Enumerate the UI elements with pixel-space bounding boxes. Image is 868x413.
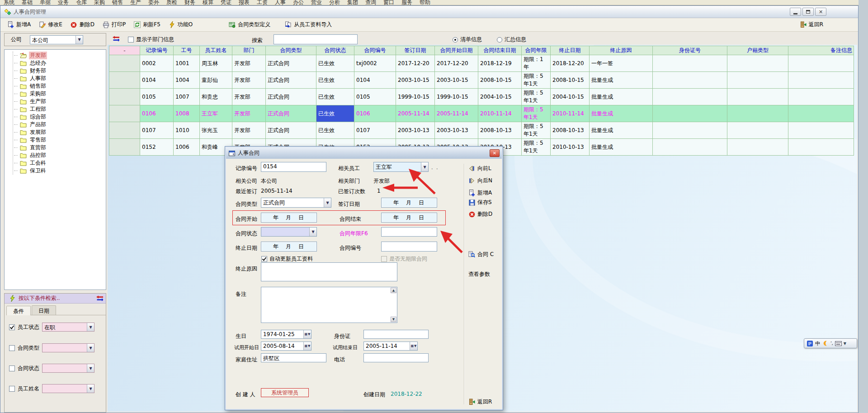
- dialog-button-合同 C[interactable]: 合同 C: [468, 251, 494, 258]
- radio-icon[interactable]: [497, 37, 502, 43]
- cell-部门[interactable]: 开发部: [232, 72, 266, 89]
- cell-工号[interactable]: 1008: [174, 105, 200, 122]
- toolbar-button-合同类型定义[interactable]: 合同类型定义: [225, 19, 274, 30]
- menu-item[interactable]: 办公: [293, 0, 304, 5]
- menu-item[interactable]: 采购: [94, 0, 105, 5]
- menu-item[interactable]: 集团: [347, 0, 358, 5]
- cell-记录编号[interactable]: 0107: [140, 122, 174, 139]
- cell-身份证号[interactable]: [653, 105, 727, 122]
- cell-备注信息[interactable]: [788, 55, 854, 72]
- cell-合同状态[interactable]: 已生效: [316, 72, 354, 89]
- sidebar-item-零售部[interactable]: 零售部: [13, 136, 106, 144]
- menu-item[interactable]: 单据: [40, 0, 51, 5]
- radio-icon[interactable]: [453, 37, 458, 43]
- cell-合同结束日期[interactable]: 2004-10-15: [478, 89, 522, 105]
- cell-签订日期[interactable]: 1999-10-15: [396, 89, 435, 105]
- cell-签订日期[interactable]: 2005-11-14: [396, 105, 435, 122]
- cell-员工姓名[interactable]: 童彭仙: [200, 72, 232, 89]
- cell-工号[interactable]: 1007: [174, 89, 200, 105]
- field-address[interactable]: 拱墅区: [261, 353, 326, 362]
- sidebar-item-开发部[interactable]: 开发部: [13, 52, 106, 59]
- column-header-部门[interactable]: 部门: [232, 46, 266, 55]
- menu-item[interactable]: 生产: [130, 0, 141, 5]
- search-input[interactable]: [274, 34, 358, 44]
- radio-summary-info[interactable]: 汇总信息: [497, 36, 526, 43]
- cell-合同编号[interactable]: 0106: [354, 105, 396, 122]
- cell-工号[interactable]: 1010: [174, 122, 200, 139]
- cell-终止原因[interactable]: 批量生成: [590, 72, 653, 89]
- field-contract_end[interactable]: 年 月 日: [381, 213, 437, 223]
- cell-合同结束日期[interactable]: 2008-10-15: [478, 72, 522, 89]
- menu-item[interactable]: 帮助: [420, 0, 430, 5]
- menu-item[interactable]: 窗口: [383, 0, 394, 5]
- cell-身份证号[interactable]: [653, 72, 727, 89]
- tab-condition[interactable]: 条件: [6, 306, 31, 315]
- field-contract_status[interactable]: ▼: [261, 227, 317, 237]
- condition-select-合同类型[interactable]: ▼: [42, 343, 94, 352]
- field-end_reason[interactable]: [261, 262, 397, 281]
- field-record_no[interactable]: 0154: [261, 162, 326, 172]
- calendar-dropdown-icon[interactable]: ▦▼: [410, 342, 417, 350]
- cell-记录编号[interactable]: 0152: [140, 139, 174, 156]
- column-header-终止原因[interactable]: 终止原因: [590, 46, 653, 55]
- cell-签订日期[interactable]: 2017-12-20: [396, 55, 435, 72]
- menu-item[interactable]: 委外: [148, 0, 159, 5]
- cell-合同开始日期[interactable]: 2003-10-13: [435, 122, 478, 139]
- cell-户籍类型[interactable]: [727, 72, 788, 89]
- column-header-合同结束日期[interactable]: 合同结束日期: [478, 46, 522, 55]
- cell-终止原因[interactable]: 批量生成: [590, 89, 653, 105]
- column-header-合同类型[interactable]: 合同类型: [266, 46, 316, 55]
- cell-记录编号[interactable]: 0002: [140, 55, 174, 72]
- menu-item[interactable]: 凭证: [221, 0, 231, 5]
- cell-员工姓名[interactable]: 王立军: [200, 105, 232, 122]
- menu-item[interactable]: 核算: [203, 0, 213, 5]
- menu-item[interactable]: 服务: [401, 0, 412, 5]
- column-header-合同状态[interactable]: 合同状态: [316, 46, 354, 55]
- cell-合同类型[interactable]: 正式合同: [266, 122, 316, 139]
- checkbox-icon[interactable]: [381, 256, 387, 262]
- cell-合同结束日期[interactable]: 2008-10-13: [478, 122, 522, 139]
- minimize-button[interactable]: [790, 8, 801, 16]
- cell-终止原因[interactable]: 一年一签: [590, 55, 653, 72]
- menu-item[interactable]: 系统: [4, 0, 14, 5]
- menu-item[interactable]: 营业: [311, 0, 322, 5]
- employee-lookup-button[interactable]: . .: [431, 165, 439, 171]
- cell-工号[interactable]: 1001: [174, 55, 200, 72]
- chevron-down-icon[interactable]: ▼: [87, 344, 94, 352]
- cell-合同年限[interactable]: 期限：5年1天: [522, 72, 551, 89]
- menu-item[interactable]: 业务: [58, 0, 69, 5]
- cell-终止日期[interactable]: 2010-11-14: [551, 105, 590, 122]
- cell-备注信息[interactable]: [788, 122, 854, 139]
- cell-记录编号[interactable]: 0105: [140, 89, 174, 105]
- toolbar-button-修改E[interactable]: 修改E: [35, 19, 66, 30]
- cell-身份证号[interactable]: [653, 122, 727, 139]
- column-header--[interactable]: -: [109, 46, 140, 55]
- toolbar-button-打印P[interactable]: 打印P: [99, 19, 130, 30]
- chevron-down-icon[interactable]: ▼: [75, 36, 83, 44]
- field-trial_start[interactable]: 2005-08-14▦▼: [261, 342, 311, 351]
- sidebar-item-人事部[interactable]: 人事部: [13, 75, 106, 82]
- menu-item[interactable]: 分析: [329, 0, 340, 5]
- cell--[interactable]: [109, 72, 140, 89]
- checkbox-icon[interactable]: [261, 256, 267, 262]
- cell-部门[interactable]: 开发部: [232, 122, 266, 139]
- cell-合同年限[interactable]: 期限：5年1天: [522, 139, 551, 156]
- field-contract_start[interactable]: 年 月 日: [261, 213, 317, 223]
- field-sign_date[interactable]: 年 月 日: [381, 198, 437, 208]
- ime-mode-icon[interactable]: [807, 340, 813, 347]
- dialog-button-查看参数[interactable]: 查看参数: [468, 271, 490, 278]
- chevron-down-icon[interactable]: ▼: [309, 228, 316, 236]
- ime-keyboard-icon[interactable]: [835, 340, 842, 347]
- column-header-合同编号[interactable]: 合同编号: [354, 46, 396, 55]
- field-employee[interactable]: 王立军▼: [373, 162, 429, 172]
- sidebar-item-工会科[interactable]: 工会科: [13, 159, 106, 167]
- cell-签订日期[interactable]: 2003-10-15: [396, 72, 435, 89]
- field-contract_type[interactable]: 正式合同▼: [261, 198, 331, 208]
- column-header-记录编号[interactable]: 记录编号: [140, 46, 174, 55]
- sidebar-item-销售部[interactable]: 销售部: [13, 82, 106, 90]
- condition-select-员工姓名[interactable]: ▼: [42, 384, 94, 393]
- field-trial_end[interactable]: 2005-11-14▦▼: [363, 342, 418, 351]
- maximize-button[interactable]: [802, 8, 814, 16]
- chevron-down-icon[interactable]: ▼: [421, 162, 428, 171]
- menu-item[interactable]: 销售: [112, 0, 123, 5]
